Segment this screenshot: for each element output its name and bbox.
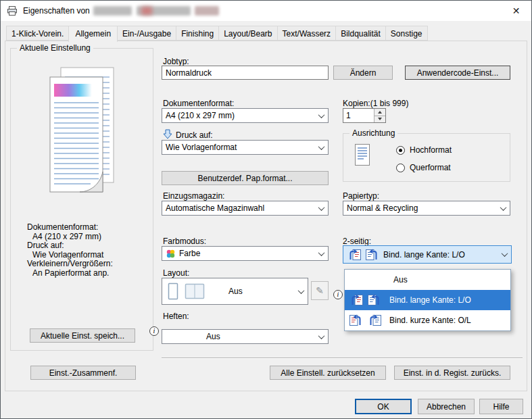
tab-text-wasserz[interactable]: Text/Wasserz: [277, 26, 337, 41]
chevron-down-icon: [318, 249, 325, 256]
tab-layout-bearb[interactable]: Layout/Bearb: [218, 26, 277, 41]
layout-select[interactable]: Aus: [162, 278, 308, 305]
layout-info-icon[interactable]: i: [333, 290, 343, 299]
printer-properties-dialog: Eigenschaften von ✕ 1-Klick-Vorein. Allg…: [0, 0, 532, 419]
document-preview-image: [38, 64, 126, 207]
info-letter: i: [153, 328, 155, 335]
settings-summary-button[interactable]: Einst.-Zusammenf.: [30, 366, 136, 380]
chevron-down-icon: [318, 112, 325, 118]
input-tray-label: Einzugsmagazin:: [163, 191, 224, 201]
ok-button[interactable]: OK: [355, 399, 412, 414]
document-format-select[interactable]: A4 (210 x 297 mm): [162, 108, 329, 123]
orientation-landscape-label: Querformat: [410, 163, 451, 172]
info-letter: i: [337, 291, 339, 298]
orientation-portrait-label: Hochformat: [410, 145, 452, 155]
copies-increment-button[interactable]: [374, 109, 385, 116]
tab-bildqualitaet[interactable]: Bildqualität: [335, 26, 386, 41]
current-settings-title: Aktuelle Einstellung: [17, 43, 93, 53]
layout-label: Layout:: [163, 268, 189, 278]
change-jobtype-button[interactable]: Ändern: [333, 66, 393, 80]
summary-line: Verkleinern/Vergrößern:: [27, 260, 113, 269]
print-on-select[interactable]: Wie Vorlagenformat: [162, 140, 329, 155]
help-button[interactable]: Hilfe: [479, 399, 523, 414]
document-format-value: A4 (210 x 297 mm): [166, 111, 235, 120]
pencil-icon: ✎: [316, 285, 324, 296]
orientation-group: Ausrichtung Hochformat Querformat: [343, 133, 510, 182]
jobtype-input[interactable]: [162, 66, 329, 80]
usercode-settings-button[interactable]: Anwendercode-Einst...: [405, 66, 510, 80]
tab-finishing[interactable]: Finishing: [176, 26, 219, 41]
redacted-printer-name: [195, 6, 219, 16]
current-settings-group: Aktuelle Einstellung: [10, 48, 153, 351]
staple-info-icon[interactable]: i: [149, 326, 159, 336]
duplex-option-short-edge[interactable]: Bind. kurze Kante: O/L: [345, 310, 510, 330]
input-tray-value: Automatische Magazinwahl: [166, 203, 264, 213]
paper-type-select[interactable]: Normal & Recycling: [343, 201, 510, 216]
spin-up-icon: [378, 111, 382, 114]
duplex-short-edge-icons: [349, 314, 389, 327]
copies-stepper[interactable]: [343, 108, 386, 123]
input-tray-select[interactable]: Automatische Magazinwahl: [162, 201, 329, 216]
tab-ein-ausgabe[interactable]: Ein-/Ausgabe: [117, 26, 176, 41]
reset-register-settings-button[interactable]: Einst. in d. Regist. zurücks.: [394, 366, 510, 380]
orientation-portrait-radio[interactable]: Hochformat: [396, 145, 452, 155]
duplex-flip-icon: [365, 248, 380, 262]
tab-sonstige[interactable]: Sonstige: [385, 26, 428, 41]
summary-line: An Papierformat anp.: [27, 269, 113, 278]
summary-line: Wie Vorlagenformat: [27, 251, 113, 260]
chevron-down-icon: [318, 143, 325, 150]
summary-line: Druck auf:: [27, 241, 113, 251]
duplex-long-edge-icons: [349, 293, 389, 307]
cancel-button[interactable]: Abbrechen: [418, 399, 475, 414]
copies-decrement-button[interactable]: [374, 116, 385, 123]
chevron-down-icon: [318, 204, 325, 211]
layout-value: Aus: [228, 287, 243, 296]
spin-down-icon: [378, 118, 382, 120]
layout-spread-icon: [185, 283, 205, 299]
window-titlebar: Eigenschaften von ✕: [1, 1, 531, 21]
duplex-option-label: Aus: [393, 275, 408, 285]
summary-line: A4 (210 x 297 mm): [27, 232, 113, 242]
close-icon: ✕: [512, 5, 521, 16]
custom-paper-format-button[interactable]: Benutzerdef. Pap.format...: [162, 171, 329, 185]
printer-icon: [7, 5, 18, 16]
duplex-option-long-edge[interactable]: Bind. lange Kante: L/O: [345, 290, 510, 310]
save-current-settings-button[interactable]: Aktuelle Einst. speich...: [30, 328, 135, 343]
color-mode-icon: [166, 249, 176, 259]
chevron-down-icon: [500, 204, 507, 211]
paper-type-label: Papiertyp:: [343, 191, 379, 201]
current-settings-summary: Dokumentenformat: A4 (210 x 297 mm) Druc…: [27, 223, 113, 278]
tab-bar: 1-Klick-Vorein. Allgemein Ein-/Ausgabe F…: [6, 26, 427, 41]
reset-all-settings-button[interactable]: Alle Einstell. zurücksetzen: [270, 366, 386, 380]
staple-select[interactable]: Aus: [162, 329, 329, 344]
staple-label: Heften:: [163, 312, 189, 321]
summary-line: Dokumentenformat:: [27, 223, 113, 232]
layout-page-icon: [168, 282, 178, 300]
radio-unchecked-icon: [396, 164, 405, 172]
chevron-down-icon: [502, 250, 508, 257]
copies-input[interactable]: [343, 109, 374, 122]
paper-type-value: Normal & Recycling: [347, 203, 418, 213]
redacted-mark: [141, 7, 152, 15]
duplex-long-edge-icon: [347, 248, 362, 262]
duplex-dropdown-list: Aus Bind. lange Kante: L/O: [344, 269, 511, 331]
copies-spin-buttons: [374, 109, 385, 122]
color-mode-value: Farbe: [179, 249, 200, 258]
orientation-landscape-radio[interactable]: Querformat: [396, 163, 451, 172]
print-on-value: Wie Vorlagenformat: [166, 143, 237, 152]
close-button[interactable]: ✕: [501, 1, 531, 21]
staple-value: Aus: [166, 332, 220, 341]
color-mode-select[interactable]: Farbe: [162, 246, 329, 261]
color-mode-label: Farbmodus:: [163, 237, 206, 246]
duplex-value: Bind. lange Kante: L/O: [383, 250, 465, 260]
duplex-option-label: Bind. lange Kante: L/O: [389, 295, 471, 305]
duplex-option-aus[interactable]: Aus: [345, 270, 510, 290]
window-title: Eigenschaften von: [23, 1, 90, 21]
tab-1-klick-vorein[interactable]: 1-Klick-Vorein.: [6, 26, 69, 41]
separator-line: [162, 358, 523, 359]
duplex-select[interactable]: Bind. lange Kante: L/O: [343, 245, 512, 264]
tab-allgemein[interactable]: Allgemein: [68, 26, 118, 42]
orientation-label: Ausrichtung: [349, 128, 397, 138]
layout-edit-button[interactable]: ✎: [311, 281, 329, 300]
radio-checked-icon: [396, 146, 405, 155]
